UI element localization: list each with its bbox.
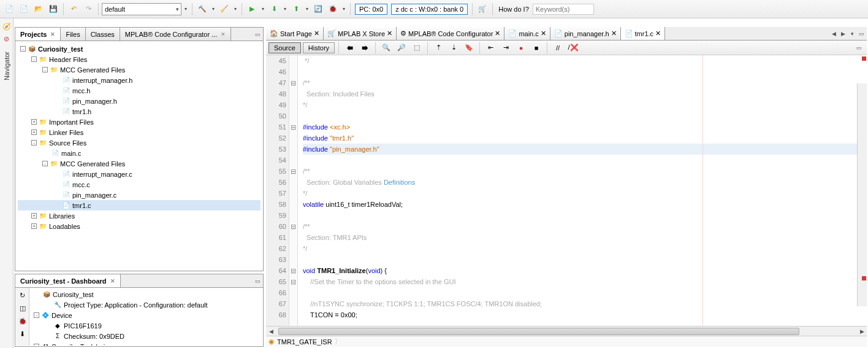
scroll-left-icon[interactable]: ◀ — [829, 29, 838, 38]
horizontal-scrollbar[interactable]: ◀ ▶ — [266, 326, 867, 336]
tree-row[interactable]: 📄main.c — [18, 148, 261, 158]
expand-icon[interactable]: - — [31, 56, 37, 62]
memory-icon[interactable]: ◫ — [17, 303, 28, 314]
tree-row[interactable]: +📁Important Files — [18, 117, 261, 127]
dashboard-row[interactable]: -💠Device — [31, 310, 261, 320]
editor-tab[interactable]: ⚙MPLAB® Code Configurator✕ — [397, 27, 504, 40]
tree-row[interactable]: -📁MCC Generated Files — [18, 158, 261, 169]
tree-row[interactable]: 📄pin_manager.h — [18, 96, 261, 106]
highlight-icon[interactable]: ⬚ — [410, 41, 424, 55]
tree-row[interactable]: +📁Linker Files — [18, 127, 261, 137]
nav-fwd-icon[interactable]: 🡆 — [358, 41, 371, 55]
navigator-icon[interactable]: 🧭 — [1, 21, 12, 32]
tree-row[interactable]: -📁Source Files — [18, 137, 261, 148]
debug-button[interactable]: 🐞 — [326, 2, 340, 16]
expand-icon[interactable]: - — [20, 46, 26, 52]
tree-row[interactable]: 📄interrupt_manager.h — [18, 75, 261, 85]
breadcrumb-item[interactable]: TMR1_GATE_ISR — [277, 338, 332, 346]
program-button[interactable]: ⬇ — [267, 2, 281, 16]
tree-row[interactable]: 📄tmr1.c — [18, 200, 261, 211]
tab-list-icon[interactable]: ▾ — [848, 29, 856, 38]
close-icon[interactable]: ✕ — [541, 29, 546, 37]
new-project-button[interactable]: 📄 — [17, 2, 31, 16]
dashboard-row[interactable]: ΣChecksum: 0x9DED — [31, 331, 261, 341]
editor-tab[interactable]: 🛒MPLAB X Store✕ — [324, 27, 397, 40]
tree-row[interactable]: +📁Loadables — [18, 221, 261, 231]
expand-icon[interactable]: - — [34, 312, 39, 318]
close-icon[interactable]: ✕ — [387, 29, 392, 37]
toggle-bookmark-icon[interactable]: 🔖 — [462, 41, 476, 55]
pc-indicator[interactable]: PC: 0x0 — [355, 4, 387, 15]
close-icon[interactable]: ✕ — [495, 29, 500, 37]
new-file-button[interactable]: 📄 — [2, 2, 16, 16]
tree-row[interactable]: 📄tmr1.h — [18, 106, 261, 117]
config-combo[interactable]: default — [102, 3, 181, 15]
expand-icon[interactable]: + — [31, 223, 37, 229]
find-sel-icon[interactable]: 🔍 — [379, 41, 393, 55]
tree-row[interactable]: 📄interrupt_manager.c — [18, 169, 261, 179]
read-button[interactable]: ⬆ — [289, 2, 303, 16]
compiler-icon[interactable]: ⬇ — [17, 328, 28, 339]
open-button[interactable]: 📂 — [32, 2, 45, 16]
expand-icon[interactable]: + — [31, 213, 37, 218]
editor-tab[interactable]: 📄main.c✕ — [504, 27, 550, 40]
config-menu-button[interactable]: ▾ — [183, 6, 189, 12]
macro-stop-icon[interactable]: ■ — [530, 41, 543, 55]
next-bookmark-icon[interactable]: ⇣ — [447, 41, 460, 55]
dashboard-tree[interactable]: 📦Curiosity_test🔧Project Type: Applicatio… — [30, 288, 262, 346]
expand-icon[interactable]: + — [31, 130, 37, 135]
close-icon[interactable]: ✕ — [50, 31, 55, 37]
tree-row[interactable]: -📁Header Files — [18, 54, 261, 64]
minimize-icon[interactable]: ▭ — [253, 277, 262, 285]
close-icon[interactable]: ✕ — [110, 278, 115, 284]
close-icon[interactable]: ✕ — [221, 31, 226, 37]
debug-tool-icon[interactable]: 🐞 — [17, 315, 28, 327]
tree-row[interactable]: +📁Libraries — [18, 211, 261, 221]
tree-row[interactable]: -📦Curiosity_test — [18, 44, 261, 54]
redo-button[interactable]: ↷ — [82, 2, 95, 16]
tree-row[interactable]: 📄mcc.h — [18, 85, 261, 96]
nav-back-icon[interactable]: 🡄 — [343, 41, 356, 55]
editor-tab[interactable]: 📄pin_manager.h✕ — [550, 27, 621, 40]
maximize-icon[interactable]: ▭ — [857, 29, 866, 38]
editor-tab[interactable]: 🏠Start Page✕ — [266, 27, 324, 40]
dashboard-row[interactable]: ◆PIC16F1619 — [31, 320, 261, 331]
uncomment-icon[interactable]: /❌ — [566, 41, 580, 55]
build-button[interactable]: 🔨 — [196, 2, 209, 16]
dashboard-row[interactable]: 📦Curiosity_test — [31, 289, 261, 300]
shift-right-icon[interactable]: ⇥ — [499, 41, 512, 55]
status-indicator[interactable]: z dc c : W:0x0 : bank 0 — [391, 4, 468, 15]
maximize-icon[interactable]: ▭ — [855, 44, 863, 52]
comment-icon[interactable]: // — [551, 41, 565, 55]
history-view-button[interactable]: History — [303, 42, 335, 53]
close-icon[interactable]: ✕ — [314, 29, 319, 37]
macro-record-icon[interactable]: ● — [514, 41, 528, 55]
expand-icon[interactable]: - — [34, 344, 39, 346]
expand-icon[interactable]: - — [31, 140, 37, 145]
close-icon[interactable]: ✕ — [611, 29, 617, 37]
code-editor[interactable]: 4546474849505152535455565758596061626364… — [266, 55, 867, 326]
store-button[interactable]: 🛒 — [476, 2, 489, 16]
prev-bookmark-icon[interactable]: ⇡ — [432, 41, 445, 55]
clean-build-button[interactable]: 🧹 — [218, 2, 231, 16]
project-tab[interactable]: Projects✕ — [15, 28, 61, 41]
find-prev-icon[interactable]: 🔎 — [395, 41, 408, 55]
minimize-icon[interactable]: ▭ — [253, 30, 262, 39]
save-all-button[interactable]: 💾 — [47, 2, 60, 16]
source-view-button[interactable]: Source — [268, 42, 301, 53]
scroll-right-icon[interactable]: ▶ — [839, 29, 847, 38]
expand-icon[interactable]: + — [31, 119, 37, 125]
project-tab[interactable]: Files — [61, 28, 85, 41]
project-tab[interactable]: Classes — [86, 28, 120, 41]
project-tab[interactable]: MPLAB® Code Configurator ...✕ — [120, 28, 232, 41]
undo-button[interactable]: ↶ — [67, 2, 80, 16]
refresh-icon[interactable]: ↻ — [17, 290, 28, 301]
tree-row[interactable]: 📄pin_manager.c — [18, 190, 261, 200]
tree-row[interactable]: 📄mcc.c — [18, 179, 261, 190]
shift-left-icon[interactable]: ⇤ — [484, 41, 497, 55]
run-button[interactable]: ▶ — [245, 2, 259, 16]
dashboard-sidebar-icon[interactable]: ⊘ — [1, 33, 12, 44]
expand-icon[interactable]: - — [42, 67, 48, 72]
expand-icon[interactable]: - — [42, 161, 48, 166]
project-tree[interactable]: -📦Curiosity_test-📁Header Files-📁MCC Gene… — [15, 41, 263, 271]
